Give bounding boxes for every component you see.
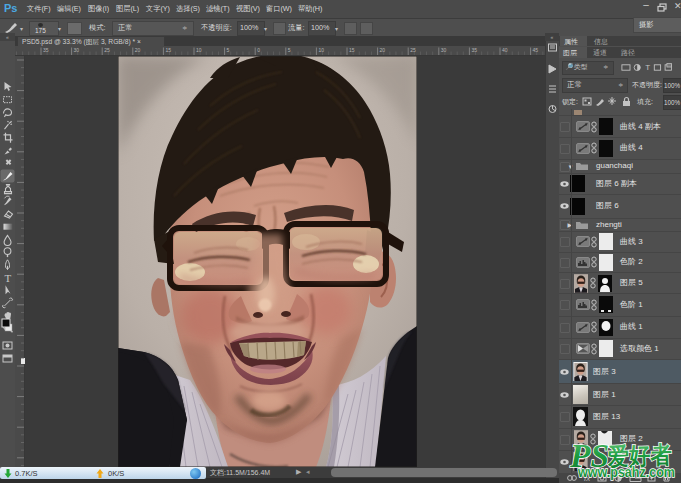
svg-text:30: 30 [441, 47, 447, 53]
svg-text:20: 20 [380, 47, 386, 53]
svg-text:5: 5 [227, 47, 230, 53]
svg-text:40: 40 [502, 47, 508, 53]
svg-text:35: 35 [43, 47, 49, 53]
svg-text:15: 15 [349, 47, 355, 53]
svg-text:15: 15 [165, 47, 171, 53]
svg-text:T: T [645, 63, 650, 72]
svg-text:10: 10 [196, 47, 202, 53]
svg-text:30: 30 [74, 47, 80, 53]
svg-text:45: 45 [533, 47, 539, 53]
svg-text:0: 0 [257, 47, 260, 53]
svg-text:5: 5 [288, 47, 291, 53]
svg-text:www.psahz.com: www.psahz.com [577, 464, 675, 480]
svg-text:20: 20 [135, 47, 141, 53]
svg-text:35: 35 [471, 47, 477, 53]
svg-text:10: 10 [318, 47, 324, 53]
svg-text:25: 25 [410, 47, 416, 53]
svg-text:25: 25 [104, 47, 110, 53]
svg-text:T: T [5, 272, 12, 284]
